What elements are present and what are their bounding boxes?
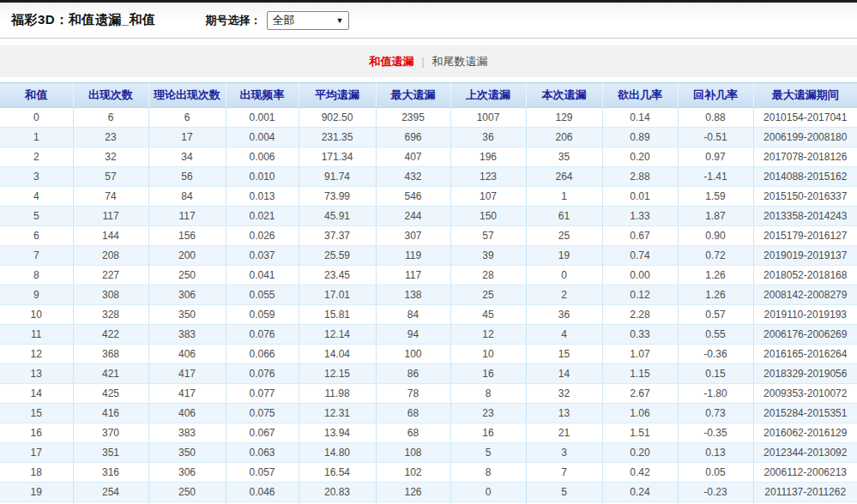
table-cell: 17 xyxy=(148,128,226,147)
table-cell: 45 xyxy=(450,305,526,325)
table-cell: 208 xyxy=(73,246,148,266)
table-cell: 0.57 xyxy=(678,305,753,325)
column-header: 本次遗漏 xyxy=(526,83,602,108)
table-cell: 264 xyxy=(526,167,602,187)
table-cell: 156 xyxy=(148,226,226,246)
table-row: 93083060.05517.011382520.121.262008142-2… xyxy=(0,285,857,305)
table-cell: 0.059 xyxy=(226,305,299,325)
period-select[interactable]: 全部 ▼ xyxy=(267,11,349,30)
table-cell: 14.80 xyxy=(299,443,376,463)
table-row: 173513500.06314.80108530.200.132012344-2… xyxy=(0,443,857,463)
table-cell: 1.26 xyxy=(678,285,753,305)
table-cell: -1.41 xyxy=(678,167,753,187)
table-cell: 5 xyxy=(450,443,526,463)
table-cell: 34 xyxy=(148,147,226,167)
table-cell: 0.046 xyxy=(226,483,299,502)
table-cell: 316 xyxy=(73,463,148,483)
table-cell: 20.83 xyxy=(299,483,376,502)
tab-tail-omission[interactable]: 和尾数遗漏 xyxy=(432,54,488,69)
column-header: 欲出几率 xyxy=(602,83,678,108)
table-cell: 0.077 xyxy=(226,384,299,404)
table-cell: 2018329-2019056 xyxy=(753,364,857,384)
table-cell: 0.001 xyxy=(226,108,299,128)
table-cell: 14 xyxy=(0,384,73,404)
table-row: 183163060.05716.54102870.420.052006112-2… xyxy=(0,463,857,483)
table-cell: 36 xyxy=(450,128,526,147)
table-cell: 5 xyxy=(0,207,73,226)
tab-separator: | xyxy=(421,56,424,68)
table-cell: 422 xyxy=(73,325,148,345)
table-cell: 10 xyxy=(450,345,526,364)
table-cell: 0.076 xyxy=(226,364,299,384)
table-cell: 0.041 xyxy=(226,266,299,285)
table-cell: -0.36 xyxy=(678,345,753,364)
table-body: 0660.001902.50239510071290.140.882010154… xyxy=(0,108,857,504)
table-cell: 1.07 xyxy=(602,345,678,364)
table-cell: 138 xyxy=(376,285,450,305)
period-select-value: 全部 xyxy=(273,13,295,28)
table-cell: 3 xyxy=(0,167,73,187)
table-cell: 2006112-2006213 xyxy=(753,463,857,483)
table-cell: 696 xyxy=(376,128,450,147)
table-cell: 421 xyxy=(73,364,148,384)
table-cell: 2013358-2014243 xyxy=(753,207,857,226)
table-row: 474840.01373.9954610710.011.592015150-20… xyxy=(0,187,857,207)
column-header: 最大遗漏 xyxy=(376,83,450,108)
table-cell: 14 xyxy=(526,364,602,384)
table-cell: 1.06 xyxy=(602,404,678,423)
column-header: 出现频率 xyxy=(226,83,299,108)
table-cell: 227 xyxy=(73,266,148,285)
table-cell: 0.021 xyxy=(226,207,299,226)
table-row: 72082000.03725.5911939190.740.722019019-… xyxy=(0,246,857,266)
table-cell: 0.20 xyxy=(602,147,678,167)
table-cell: 308 xyxy=(73,285,148,305)
table-row: 114223830.07612.14941240.330.552006176-2… xyxy=(0,325,857,345)
table-cell: 0.15 xyxy=(678,364,753,384)
table-cell: 328 xyxy=(73,305,148,325)
table-cell: 0.004 xyxy=(226,128,299,147)
table-cell: 123 xyxy=(450,167,526,187)
table-cell: 8 xyxy=(450,384,526,404)
table-cell: 6 xyxy=(73,108,148,128)
column-header: 出现次数 xyxy=(73,83,148,108)
table-cell: 406 xyxy=(148,345,226,364)
table-cell: 1.87 xyxy=(678,207,753,226)
table-cell: 0.74 xyxy=(602,246,678,266)
table-row: 61441560.02637.3730757250.670.902015179-… xyxy=(0,226,857,246)
table-cell: 200 xyxy=(148,246,226,266)
table-cell: 1.59 xyxy=(678,187,753,207)
table-cell: 0.12 xyxy=(602,285,678,305)
table-cell: 18 xyxy=(0,463,73,483)
table-cell: 406 xyxy=(148,404,226,423)
table-cell: 0.72 xyxy=(678,246,753,266)
table-row: 0660.001902.50239510071290.140.882010154… xyxy=(0,108,857,128)
column-header: 平均遗漏 xyxy=(299,83,376,108)
table-cell: 231.35 xyxy=(299,128,376,147)
table-cell: 15 xyxy=(0,404,73,423)
chevron-down-icon: ▼ xyxy=(336,16,344,25)
table-cell: 1.26 xyxy=(678,266,753,285)
table-cell: 91.74 xyxy=(299,167,376,187)
tab-bar: 和值遗漏 | 和尾数遗漏 xyxy=(0,45,857,77)
table-row: 154164060.07512.316823131.060.732015284-… xyxy=(0,404,857,423)
table-cell: 129 xyxy=(526,108,602,128)
table-cell: 0.075 xyxy=(226,404,299,423)
table-cell: 12 xyxy=(450,325,526,345)
table-cell: 56 xyxy=(148,167,226,187)
tab-sum-omission[interactable]: 和值遗漏 xyxy=(369,54,413,69)
column-header: 理论出现次数 xyxy=(148,83,226,108)
column-header: 上次遗漏 xyxy=(450,83,526,108)
table-cell: 0.05 xyxy=(678,463,753,483)
table-cell: 0.67 xyxy=(602,226,678,246)
table-cell: 425 xyxy=(73,384,148,404)
table-cell: 57 xyxy=(450,226,526,246)
stats-table-container: 和值出现次数理论出现次数出现频率平均遗漏最大遗漏上次遗漏本次遗漏欲出几率回补几率… xyxy=(0,82,857,504)
table-row: 123684060.06614.0410010151.07-0.36201616… xyxy=(0,345,857,364)
table-cell: 2015150-2016337 xyxy=(753,187,857,207)
table-cell: 2012344-2013092 xyxy=(753,443,857,463)
table-cell: 150 xyxy=(450,207,526,226)
table-cell: 0.00 xyxy=(602,266,678,285)
table-cell: 13 xyxy=(526,404,602,423)
table-cell: -0.35 xyxy=(678,423,753,443)
table-cell: 0 xyxy=(450,483,526,502)
